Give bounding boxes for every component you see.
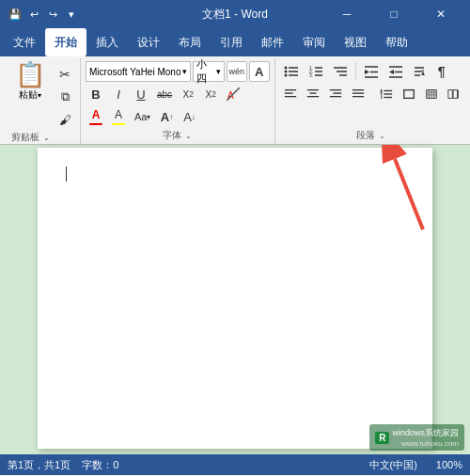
clear-format-button[interactable]: A — [223, 84, 243, 104]
highlight-button[interactable]: A — [108, 106, 129, 127]
watermark-site: www.ruhoku.com — [392, 439, 459, 448]
document-page[interactable] — [38, 148, 432, 449]
watermark: R windows系统家园 www.ruhoku.com — [369, 424, 464, 451]
font-row1: Microsoft YaHei Mono ▾ 小四 ▾ wén A — [86, 61, 270, 82]
svg-point-5 — [284, 67, 287, 70]
align-left-button[interactable] — [280, 84, 301, 104]
maximize-button[interactable]: □ — [372, 0, 415, 28]
document-area — [0, 145, 470, 454]
font-color-button[interactable]: A — [86, 106, 106, 127]
ordered-list-button[interactable]: 1.2.3. — [305, 61, 327, 82]
para-row2 — [280, 84, 462, 104]
svg-point-7 — [284, 74, 287, 77]
menu-design[interactable]: 设计 — [128, 28, 169, 56]
redo-icon[interactable]: ↪ — [45, 7, 60, 22]
italic-button[interactable]: I — [108, 84, 129, 104]
svg-text:3.: 3. — [309, 72, 313, 78]
multilevel-list-button[interactable] — [329, 61, 352, 82]
watermark-label: windows系统家园 — [392, 427, 459, 439]
font-size-selector[interactable]: 小四 ▾ — [193, 61, 224, 82]
font-label: 字体 ⌄ — [86, 129, 270, 142]
paragraph-section: 1.2.3. ¶ — [275, 58, 466, 144]
ribbon: 📋 粘贴▾ 剪贴板 ⌄ ✂ ⧉ 🖌 M — [0, 56, 470, 145]
menu-bar: 文件 开始 插入 设计 布局 引用 邮件 审阅 视图 帮助 — [0, 28, 470, 56]
show-marks-button[interactable]: ¶ — [431, 61, 452, 82]
border-button[interactable] — [399, 84, 419, 104]
page-number: 第1页，共1页 — [8, 458, 70, 472]
font-size-up-button[interactable]: A↑ — [156, 106, 177, 127]
status-bar: 第1页，共1页 字数：0 中文(中国) R windows系统家园 www.ru… — [0, 454, 470, 475]
paste-button[interactable]: 📋 粘贴▾ — [8, 61, 52, 103]
save-icon[interactable]: 💾 — [8, 7, 23, 22]
font-row3: A A Aa▾ A↑ A↓ — [86, 106, 270, 127]
menu-home[interactable]: 开始 — [45, 28, 86, 56]
font-name-selector[interactable]: Microsoft YaHei Mono ▾ — [86, 61, 191, 82]
font-size-down-button[interactable]: A↓ — [179, 106, 199, 127]
change-case-button[interactable]: Aa▾ — [131, 106, 154, 127]
subscript-button[interactable]: X2 — [178, 84, 198, 104]
svg-rect-47 — [403, 90, 414, 99]
svg-marker-18 — [365, 70, 369, 74]
svg-rect-55 — [453, 90, 457, 99]
line-spacing-button[interactable] — [376, 84, 397, 104]
unordered-list-button[interactable] — [280, 61, 303, 82]
language-indicator[interactable]: 中文(中国) — [369, 458, 417, 472]
align-center-button[interactable] — [303, 84, 323, 104]
justify-button[interactable] — [348, 84, 368, 104]
customize-quick-access-icon[interactable]: ▾ — [64, 7, 79, 22]
format-painter-button[interactable]: 🖌 — [55, 109, 75, 130]
sort-button[interactable] — [409, 61, 430, 82]
menu-help[interactable]: 帮助 — [376, 28, 417, 56]
underline-button[interactable]: U — [131, 84, 151, 104]
superscript-button[interactable]: X2 — [200, 84, 221, 104]
menu-layout[interactable]: 布局 — [169, 28, 211, 56]
close-button[interactable]: ✕ — [419, 0, 462, 28]
menu-review[interactable]: 审阅 — [293, 28, 335, 56]
para-row1: 1.2.3. ¶ — [280, 61, 462, 82]
window-controls: ─ □ ✕ — [325, 0, 462, 28]
svg-point-6 — [284, 71, 287, 73]
font-expand-icon[interactable]: ⌄ — [185, 132, 192, 140]
text-cursor — [66, 167, 67, 182]
minimize-button[interactable]: ─ — [325, 0, 368, 28]
zoom-level[interactable]: 100% — [436, 459, 462, 470]
font-row2: B I U abc X2 X2 A — [86, 84, 270, 104]
copy-button[interactable]: ⧉ — [55, 87, 75, 107]
watermark-icon: R — [375, 432, 389, 444]
menu-file[interactable]: 文件 — [4, 28, 45, 56]
menu-insert[interactable]: 插入 — [86, 28, 128, 56]
shading-button[interactable] — [421, 84, 442, 104]
char-button[interactable]: A — [249, 61, 270, 82]
clipboard-expand-icon[interactable]: ⌄ — [43, 134, 50, 142]
bold-button[interactable]: B — [86, 84, 106, 104]
undo-icon[interactable]: ↩ — [26, 7, 41, 22]
svg-marker-22 — [389, 70, 394, 74]
clipboard-label: 剪贴板 ⌄ — [8, 131, 52, 144]
word-count: 字数：0 — [82, 458, 118, 472]
columns-button[interactable] — [444, 84, 464, 104]
decrease-indent-button[interactable] — [360, 61, 383, 82]
wen-button[interactable]: wén — [227, 61, 247, 82]
align-right-button[interactable] — [325, 84, 346, 104]
svg-rect-54 — [448, 90, 452, 99]
strikethrough-button[interactable]: abc — [153, 84, 176, 104]
title-bar: 💾 ↩ ↪ ▾ 文档1 - Word ─ □ ✕ — [0, 0, 470, 28]
paragraph-label: 段落 ⌄ — [280, 129, 462, 142]
font-section: Microsoft YaHei Mono ▾ 小四 ▾ wén A B I U … — [81, 58, 275, 144]
menu-references[interactable]: 引用 — [211, 28, 252, 56]
cut-button[interactable]: ✂ — [55, 64, 75, 85]
paragraph-expand-icon[interactable]: ⌄ — [379, 132, 385, 140]
quick-access-toolbar: 💾 ↩ ↪ ▾ — [8, 7, 79, 22]
menu-view[interactable]: 视图 — [335, 28, 376, 56]
document-title: 文档1 - Word — [202, 7, 268, 23]
menu-mailings[interactable]: 邮件 — [252, 28, 293, 56]
clipboard-section: 📋 粘贴▾ 剪贴板 ⌄ ✂ ⧉ 🖌 — [4, 58, 81, 144]
increase-indent-button[interactable] — [384, 61, 407, 82]
